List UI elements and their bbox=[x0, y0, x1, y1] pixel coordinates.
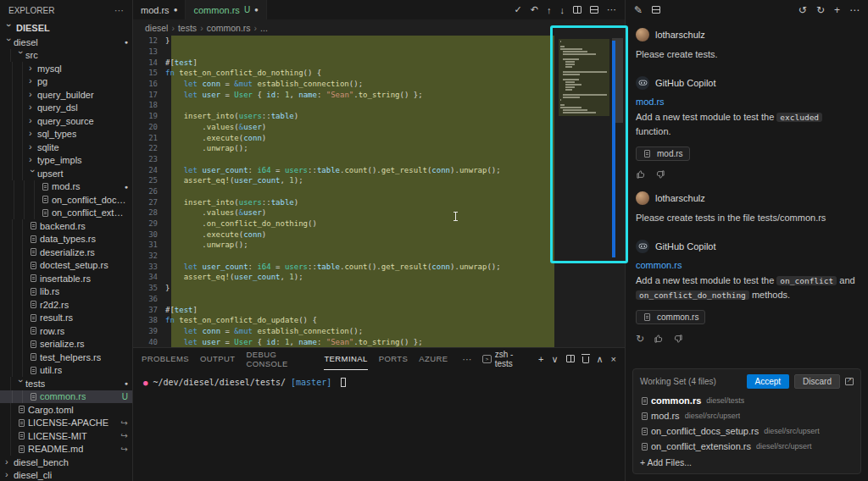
code-area[interactable]: 12}1314#[test]15fn test_on_conflict_do_n… bbox=[133, 36, 557, 347]
split-editor-icon[interactable] bbox=[573, 6, 581, 14]
tree-item-upsert[interactable]: ›upsert bbox=[0, 167, 132, 180]
workspace-section-header[interactable]: › DIESEL bbox=[0, 20, 132, 36]
code-line[interactable]: 31 .unwrap(); bbox=[133, 240, 557, 251]
code-line[interactable]: 22 .unwrap(); bbox=[133, 143, 557, 154]
code-line[interactable]: 36 bbox=[133, 294, 557, 305]
open-session-icon[interactable] bbox=[652, 4, 660, 16]
tree-item-data_types.rs[interactable]: data_types.rs bbox=[0, 233, 132, 246]
terminal-profile-dropdown-icon[interactable]: ∨ bbox=[551, 354, 558, 365]
tree-item-r2d2.rs[interactable]: r2d2.rs bbox=[0, 298, 132, 312]
tree-item-query_dsl[interactable]: ›query_dsl bbox=[0, 102, 132, 115]
tree-item-common.rs[interactable]: common.rsU bbox=[0, 390, 132, 404]
tree-item-tests[interactable]: ›tests● bbox=[0, 377, 132, 390]
code-line[interactable]: 12} bbox=[133, 36, 557, 47]
kill-terminal-icon[interactable] bbox=[582, 354, 589, 365]
code-line[interactable]: 21 .execute(conn) bbox=[133, 132, 557, 143]
tree-item-src[interactable]: ›src bbox=[0, 49, 132, 63]
thumbs-down-icon[interactable] bbox=[673, 334, 683, 344]
more-actions-icon[interactable]: ⋯ bbox=[607, 4, 616, 15]
breadcrumb-item[interactable]: ... bbox=[260, 23, 268, 33]
thumbs-down-icon[interactable] bbox=[655, 169, 665, 180]
new-terminal-icon[interactable]: + bbox=[538, 354, 543, 364]
code-line[interactable]: 28 .values(&user) bbox=[133, 207, 557, 218]
chat-file-link[interactable]: common.rs bbox=[636, 260, 858, 270]
working-set-item-common.rs[interactable]: common.rsdiesel/tests bbox=[640, 393, 854, 408]
split-terminal-icon[interactable] bbox=[566, 354, 575, 364]
previous-change-icon[interactable]: ↑ bbox=[547, 5, 552, 15]
breadcrumb-item[interactable]: tests bbox=[178, 23, 197, 33]
discard-icon[interactable]: ↶ bbox=[531, 4, 538, 15]
add-files-button[interactable]: + Add Files... bbox=[640, 457, 854, 467]
code-line[interactable]: 24 let user_count: i64 = users::table.co… bbox=[133, 164, 557, 175]
tree-item-query_builder[interactable]: ›query_builder bbox=[0, 88, 132, 102]
code-line[interactable]: 39 let conn = &mut establish_connection(… bbox=[133, 326, 557, 337]
tree-item-Cargo.toml[interactable]: Cargo.toml bbox=[0, 403, 132, 417]
next-change-icon[interactable]: ↓ bbox=[560, 5, 565, 15]
panel-tab-ports[interactable]: PORTS bbox=[379, 348, 409, 370]
tree-item-LICENSE-MIT[interactable]: LICENSE-MIT↪ bbox=[0, 429, 132, 443]
code-line[interactable]: 30 .execute(conn) bbox=[133, 229, 557, 240]
thumbs-up-icon[interactable] bbox=[636, 169, 646, 180]
retry-icon[interactable]: ↻ bbox=[636, 333, 644, 345]
tree-item-result.rs[interactable]: result.rs bbox=[0, 312, 132, 325]
tab-modified-dot-icon[interactable]: ● bbox=[254, 6, 259, 14]
tree-item-mysql[interactable]: ›mysql bbox=[0, 62, 132, 75]
tree-item-deserialize.rs[interactable]: deserialize.rs bbox=[0, 246, 132, 259]
panel-tab-debug-console[interactable]: DEBUG CONSOLE bbox=[246, 348, 313, 370]
terminal-output[interactable]: ● ~/dev/diesel/diesel/tests/ [master] bbox=[133, 370, 625, 395]
explorer-more-icon[interactable]: ⋯ bbox=[114, 5, 124, 16]
tree-item-pg[interactable]: ›pg bbox=[0, 75, 132, 89]
discard-button[interactable]: Discard bbox=[794, 374, 840, 389]
minimap[interactable] bbox=[559, 39, 609, 116]
code-line[interactable]: 32 bbox=[133, 251, 557, 262]
code-line[interactable]: 35} bbox=[133, 283, 557, 294]
tree-item-README.md[interactable]: README.md↪ bbox=[0, 443, 132, 456]
panel-overflow-icon[interactable]: ⋯ bbox=[462, 354, 471, 365]
code-line[interactable]: 14#[test] bbox=[133, 57, 557, 68]
code-line[interactable]: 16 let conn = &mut establish_connection(… bbox=[133, 79, 557, 90]
file-chip-mod.rs[interactable]: mod.rs bbox=[636, 147, 690, 161]
undo-edit-icon[interactable]: ↺ bbox=[798, 4, 807, 16]
chat-file-link[interactable]: mod.rs bbox=[636, 97, 858, 107]
check-icon[interactable]: ✓ bbox=[515, 4, 522, 15]
close-panel-icon[interactable]: × bbox=[611, 354, 616, 364]
code-line[interactable]: 20 .values(&user) bbox=[133, 122, 557, 133]
editor-layout-icon[interactable] bbox=[590, 6, 598, 14]
thumbs-up-icon[interactable] bbox=[654, 334, 664, 344]
code-line[interactable]: 37#[test] bbox=[133, 304, 557, 315]
code-line[interactable]: 13 bbox=[133, 47, 557, 58]
code-line[interactable]: 17 let user = User { id: 1, name: "Sean"… bbox=[133, 89, 557, 100]
tab-common.rs[interactable]: common.rsU● bbox=[186, 0, 266, 19]
view-all-edits-icon[interactable] bbox=[845, 378, 854, 385]
tree-item-type_impls[interactable]: ›type_impls bbox=[0, 154, 132, 168]
breadcrumb-item[interactable]: diesel bbox=[145, 23, 168, 33]
tree-item-util.rs[interactable]: util.rs bbox=[0, 364, 132, 378]
tab-mod.rs[interactable]: mod.rs● bbox=[133, 0, 186, 19]
tree-item-serialize.rs[interactable]: serialize.rs bbox=[0, 338, 132, 351]
code-line[interactable]: 19 insert_into(users::table) bbox=[133, 111, 557, 122]
tree-item-backend.rs[interactable]: backend.rs bbox=[0, 219, 132, 233]
redo-edit-icon[interactable]: ↻ bbox=[816, 4, 825, 16]
code-line[interactable]: 27 insert_into(users::table) bbox=[133, 196, 557, 207]
code-line[interactable]: 15fn test_on_conflict_do_nothing() { bbox=[133, 68, 557, 79]
code-editor[interactable]: 12}1314#[test]15fn test_on_conflict_do_n… bbox=[133, 36, 625, 347]
working-set-item-on_conflict_docs_setup.rs[interactable]: on_conflict_docs_setup.rsdiesel/src/upse… bbox=[640, 423, 854, 439]
panel-tab-output[interactable]: OUTPUT bbox=[200, 348, 235, 370]
tree-item-diesel_bench[interactable]: ›diesel_bench bbox=[0, 456, 132, 469]
tree-item-lib.rs[interactable]: lib.rs bbox=[0, 285, 132, 299]
tree-item-sqlite[interactable]: ›sqlite bbox=[0, 141, 132, 154]
tree-item-diesel_cli[interactable]: ›diesel_cli bbox=[0, 469, 132, 481]
accept-button[interactable]: Accept bbox=[747, 374, 790, 389]
code-line[interactable]: 29 .on_conflict_do_nothing() bbox=[133, 218, 557, 229]
tree-item-mod.rs[interactable]: mod.rs● bbox=[0, 180, 132, 194]
breadcrumb[interactable]: diesel›tests›common.rs›... bbox=[133, 20, 625, 36]
working-set-item-mod.rs[interactable]: mod.rsdiesel/src/upsert bbox=[640, 408, 854, 423]
file-chip-common.rs[interactable]: common.rs bbox=[636, 310, 705, 324]
maximize-panel-icon[interactable]: ∧ bbox=[597, 354, 604, 365]
tree-item-LICENSE-APACHE[interactable]: LICENSE-APACHE↪ bbox=[0, 417, 132, 430]
tree-item-query_source[interactable]: ›query_source bbox=[0, 114, 132, 128]
tree-item-on_conflict_docs_setup.rs[interactable]: on_conflict_docs_setup.rs bbox=[0, 193, 132, 207]
code-line[interactable]: 40 let user = User { id: 1, name: "Sean"… bbox=[133, 336, 557, 347]
chat-edits-icon[interactable]: ✎ bbox=[634, 4, 643, 16]
code-line[interactable]: 26 bbox=[133, 186, 557, 197]
